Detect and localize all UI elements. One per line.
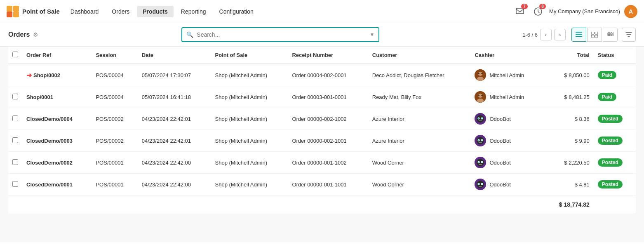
table-container: Order Ref Session Date Point of Sale Rec… [0,47,644,242]
select-all-header[interactable] [8,47,22,64]
table-row[interactable]: ➜Shop/0002POS/0000405/07/2024 17:30:07Sh… [8,64,636,86]
row-total: $ 2,220.50 [544,152,594,174]
col-status: Status [594,47,636,64]
cashier-cell: OdooBot [475,135,540,146]
subheader: Orders ⚙ 🔍 ▼ 1-6 / 6 ‹ › [0,23,644,47]
row-receipt: Order 00004-002-0001 [288,64,368,86]
column-filter-button[interactable] [622,28,636,42]
table-row[interactable]: ClosedDemo/0002POS/0000104/23/2024 22:42… [8,152,636,174]
status-badge: Paid [598,71,616,79]
row-checkbox-cell [8,130,22,152]
row-checkbox[interactable] [12,94,18,99]
col-customer: Customer [368,47,471,64]
row-session: POS/00001 [92,174,137,196]
search-input[interactable] [197,31,366,38]
row-checkbox-cell [8,108,22,130]
nav-reporting[interactable]: Reporting [175,6,212,17]
search-area: 🔍 ▼ [45,27,516,42]
activity-button[interactable]: 8 [531,5,545,19]
table-row[interactable]: Shop/0001POS/0000405/07/2024 16:41:18Sho… [8,86,636,108]
row-order-ref: ClosedDemo/0003 [22,130,92,152]
app-logo[interactable]: Point of Sale [7,6,60,17]
user-avatar[interactable]: A [624,5,637,18]
row-total: $ 4.81 [544,174,594,196]
svg-rect-16 [609,34,611,36]
svg-point-39 [478,140,479,141]
select-all-checkbox[interactable] [12,52,18,57]
row-total: $ 9.90 [544,130,594,152]
row-status: Posted [594,130,636,152]
svg-rect-22 [481,73,483,74]
row-checkbox[interactable] [12,181,18,187]
nav-products[interactable]: Products [137,6,174,17]
row-customer: Wood Corner [368,174,471,196]
svg-rect-11 [595,35,598,38]
search-dropdown-icon[interactable]: ▼ [369,32,374,38]
row-checkbox[interactable] [12,159,18,165]
messages-button[interactable]: 7 [513,5,527,19]
row-customer: Azure Interior [368,108,471,130]
activity-badge: 8 [539,4,546,9]
row-cashier: Mitchell Admin [470,86,544,108]
status-badge: Posted [598,158,623,167]
svg-point-54 [482,184,482,184]
nav-right-area: 7 8 My Company (San Francisco) A [513,5,637,19]
row-date: 04/23/2024 22:42:01 [138,108,211,130]
svg-rect-5 [576,32,582,33]
nav-configuration[interactable]: Configuration [214,6,259,17]
svg-rect-3 [13,12,19,17]
kanban-view-button[interactable] [587,28,602,42]
svg-point-25 [477,99,484,103]
svg-point-40 [482,140,482,141]
cashier-name: OdooBot [489,138,510,144]
current-row-order-ref: ➜Shop/0002 [26,71,87,79]
svg-rect-1 [13,6,19,12]
row-checkbox[interactable] [12,115,18,121]
row-checkbox-cell [8,174,22,196]
col-cashier: Cashier [470,47,544,64]
col-date: Date [138,47,211,64]
row-pos: Shop (Mitchell Admin) [211,86,288,108]
table-row[interactable]: ClosedDemo/0003POS/0000204/23/2024 22:42… [8,130,636,152]
page-info: 1-6 / 6 [522,32,538,38]
svg-point-46 [478,162,479,163]
row-checkbox[interactable] [12,137,18,143]
cashier-avatar [475,135,486,146]
status-badge: Posted [598,180,623,188]
row-checkbox-cell [8,64,22,86]
list-view-button[interactable] [571,28,586,42]
row-cashier: OdooBot [470,174,544,196]
nav-dashboard[interactable]: Dashboard [65,6,105,17]
row-pos: Shop (Mitchell Admin) [211,130,288,152]
nav-orders[interactable]: Orders [106,6,135,17]
row-receipt: Order 00000-002-1001 [288,130,368,152]
grid-view-button[interactable] [603,28,618,42]
row-status: Posted [594,108,636,130]
svg-point-33 [482,118,482,119]
svg-rect-55 [479,186,482,187]
svg-rect-17 [612,34,613,36]
row-cashier: OdooBot [470,152,544,174]
settings-icon[interactable]: ⚙ [33,31,38,38]
row-status: Posted [594,152,636,174]
row-order-ref: ClosedDemo/0002 [22,152,92,174]
status-badge: Posted [598,115,623,123]
company-name: My Company (San Francisco) [549,8,620,14]
table-row[interactable]: ClosedDemo/0004POS/0000204/23/2024 22:42… [8,108,636,130]
row-cashier: Mitchell Admin [470,64,544,86]
svg-rect-13 [609,32,611,33]
page-title: Orders [8,31,30,38]
next-page-button[interactable]: › [554,29,566,40]
messages-badge: 7 [521,4,528,9]
table-row[interactable]: ClosedDemo/0001POS/0000104/23/2024 22:42… [8,174,636,196]
row-date: 04/23/2024 22:42:01 [138,130,211,152]
row-date: 05/07/2024 16:41:18 [138,86,211,108]
svg-point-36 [477,137,484,144]
cashier-avatar [475,179,486,190]
prev-page-button[interactable]: ‹ [540,29,552,40]
svg-point-53 [478,184,479,184]
col-total: Total [544,47,594,64]
row-customer: Ready Mat, Billy Fox [368,86,471,108]
svg-rect-10 [591,35,594,38]
row-session: POS/00004 [92,64,137,86]
